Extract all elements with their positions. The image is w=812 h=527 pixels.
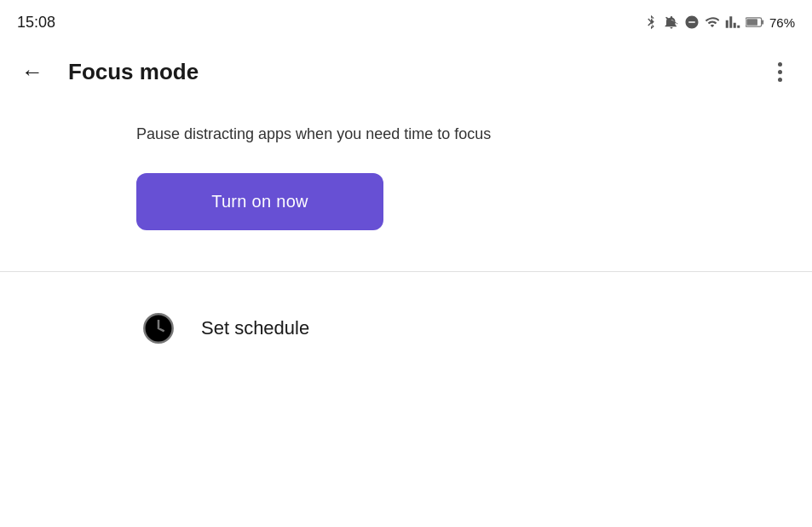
turn-on-now-button[interactable]: Turn on now xyxy=(136,173,383,230)
description-text: Pause distracting apps when you need tim… xyxy=(136,123,579,146)
status-icons: 76% xyxy=(643,14,795,30)
clock-icon xyxy=(136,306,181,350)
header-left: ← Focus mode xyxy=(14,53,199,90)
more-options-button[interactable] xyxy=(761,53,798,90)
set-schedule-row[interactable]: Set schedule xyxy=(0,292,812,364)
wifi-icon xyxy=(705,14,720,30)
battery-level: 76% xyxy=(769,15,795,30)
status-time: 15:08 xyxy=(17,14,55,32)
divider xyxy=(0,271,812,272)
set-schedule-label: Set schedule xyxy=(201,317,309,339)
main-content: Pause distracting apps when you need tim… xyxy=(0,102,812,251)
signal-icon xyxy=(725,14,740,30)
status-bar: 15:08 xyxy=(0,0,812,41)
battery-icon xyxy=(746,16,764,28)
mute-icon xyxy=(664,14,679,30)
page-title: Focus mode xyxy=(68,59,199,85)
bluetooth-icon xyxy=(643,14,659,30)
more-dots-icon xyxy=(778,62,782,82)
header: ← Focus mode xyxy=(0,41,812,102)
back-arrow-icon: ← xyxy=(21,61,43,83)
svg-rect-1 xyxy=(762,20,763,24)
back-button[interactable]: ← xyxy=(14,53,51,90)
svg-rect-2 xyxy=(746,19,757,26)
dnd-icon xyxy=(684,14,700,30)
